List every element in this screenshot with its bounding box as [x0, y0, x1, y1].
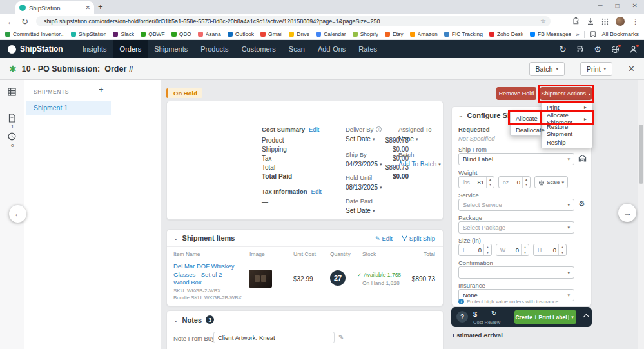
browser-back-icon[interactable]: ← — [6, 17, 15, 26]
bookmark-item[interactable]: ShipStation — [71, 31, 106, 37]
shipstation-brand[interactable]: ShipStation — [8, 45, 63, 54]
bookmark-item[interactable]: Outlook — [228, 31, 254, 37]
window-maximize-icon[interactable]: □ — [616, 2, 620, 9]
hold-until-dropdown[interactable]: 08/13/2025▾ — [346, 184, 382, 191]
collapse-chevron-icon[interactable]: ⌄ — [458, 112, 463, 119]
bookmark-item[interactable]: Amazon — [410, 31, 438, 37]
cost-summary-edit-link[interactable]: Edit — [309, 126, 319, 133]
bookmark-item[interactable]: QBO — [171, 31, 191, 37]
nav-item-shipments[interactable]: Shipments — [148, 40, 194, 58]
stepper-arrows[interactable]: ▲▼ — [486, 177, 494, 188]
notes-header[interactable]: ⌄ Notes 3 — [173, 315, 214, 324]
scale-select[interactable]: Scale ▾ — [534, 176, 568, 188]
nav-item-insights[interactable]: Insights — [76, 40, 113, 58]
print-button[interactable]: Print▾ — [580, 62, 612, 76]
ship-from-select[interactable]: Blind Label▾ — [458, 153, 574, 165]
weight-lbs-input[interactable]: lbs 81 ▲▼ — [458, 176, 494, 188]
package-select[interactable]: Select Package▾ — [458, 221, 574, 234]
size-l-input[interactable]: L 0 ▲▼ — [458, 244, 492, 256]
history-clock-icon[interactable] — [8, 132, 16, 141]
new-tab-button[interactable]: + — [98, 2, 103, 12]
create-print-label-button[interactable]: Create + Print Label ▾ — [514, 310, 576, 324]
date-paid-dropdown[interactable]: Set Date▾ — [346, 207, 375, 214]
bookmark-item[interactable]: Asana — [198, 31, 221, 37]
deliver-by-dropdown[interactable]: Set Date▾ — [346, 135, 375, 143]
items-edit-link[interactable]: ✎Edit — [375, 235, 393, 242]
label-options-chevron-icon[interactable]: ▾ — [568, 315, 576, 320]
collapse-chevron-icon[interactable]: ⌄ — [173, 235, 179, 241]
all-bookmarks-label[interactable]: All Bookmarks — [601, 31, 639, 37]
submenu-item-deallocate[interactable]: Deallocate — [511, 124, 540, 135]
stepper-arrows[interactable]: ▲▼ — [521, 244, 529, 255]
sidebar-item-shipment-1[interactable]: Shipment 1 — [26, 101, 111, 115]
previous-order-button[interactable]: ← — [9, 205, 26, 223]
sync-icon[interactable]: ↻ — [559, 45, 566, 54]
assigned-to-dropdown[interactable]: None▾ — [398, 135, 418, 143]
ship-by-dropdown[interactable]: 04/23/2025▾ — [346, 161, 382, 168]
size-h-input[interactable]: H 0 ▲▼ — [533, 244, 567, 256]
bookmark-item[interactable]: Slack — [113, 31, 134, 37]
bookmark-item[interactable]: Calendar — [316, 31, 346, 37]
collapse-panel-chevron-icon[interactable] — [583, 314, 590, 321]
window-minimize-icon[interactable]: ─ — [598, 2, 602, 9]
collapse-chevron-icon[interactable]: ⌄ — [173, 317, 179, 323]
content-scrollbar[interactable] — [638, 80, 644, 349]
stepper-arrows[interactable]: ▲▼ — [558, 244, 566, 255]
extensions-puzzle-icon[interactable] — [572, 17, 580, 25]
size-w-input[interactable]: W 0 ▲▼ — [496, 244, 529, 256]
buyer-note-input[interactable] — [213, 332, 335, 343]
tax-information-edit-link[interactable]: Edit — [311, 188, 322, 195]
bookmark-item[interactable]: Etsy — [385, 31, 404, 37]
bookmark-item[interactable]: Gmail — [260, 31, 282, 37]
help-globe-icon[interactable] — [611, 45, 620, 54]
tab-close-icon[interactable]: ✕ — [85, 5, 90, 11]
bookmark-item[interactable]: Committed Inventor... — [5, 31, 64, 37]
document-icon[interactable] — [8, 114, 16, 123]
warehouse-building-icon[interactable] — [578, 154, 587, 163]
split-ship-link[interactable]: Split Ship — [402, 235, 435, 242]
settings-gear-icon[interactable]: ⚙ — [594, 45, 601, 54]
batch-button[interactable]: Batch▾ — [529, 62, 565, 76]
remove-hold-button[interactable]: Remove Hold — [496, 87, 536, 100]
apps-grid-icon[interactable] — [601, 18, 609, 25]
browser-tab[interactable]: ShipStation ✕ — [15, 1, 94, 14]
service-settings-gear-icon[interactable]: ⚙ — [578, 199, 585, 208]
item-name-link[interactable]: Del Mar DOF Whiskey Glasses - Set of 2 -… — [173, 263, 239, 287]
shipment-items-header[interactable]: ⌄ Shipment Items — [173, 234, 235, 242]
bookmark-star-icon[interactable]: ☆ — [540, 17, 546, 25]
note-edit-pencil-icon[interactable]: ✎ — [338, 334, 344, 341]
bookmark-item[interactable]: Zoho Desk — [489, 31, 523, 37]
stepper-arrows[interactable]: ▲▼ — [522, 177, 530, 188]
bookmarks-overflow-icon[interactable]: » — [576, 31, 580, 38]
confirmation-select[interactable]: ▾ — [458, 266, 574, 279]
next-order-button[interactable]: → — [618, 204, 636, 222]
help-question-icon[interactable]: ? — [456, 311, 468, 323]
shipment-actions-button[interactable]: Shipment Actions▴ — [540, 87, 592, 100]
add-shipment-button[interactable]: + — [99, 85, 104, 94]
account-icon[interactable] — [629, 45, 638, 54]
address-input[interactable] — [36, 16, 551, 26]
stepper-arrows[interactable]: ▲▼ — [483, 244, 491, 255]
service-select[interactable]: Select Service▾ — [458, 199, 574, 211]
download-icon[interactable] — [587, 17, 594, 25]
add-to-batch-dropdown[interactable]: Add To Batch▾ — [398, 161, 441, 168]
nav-item-orders[interactable]: Orders — [113, 40, 148, 58]
refresh-cost-icon[interactable]: ↻ — [491, 310, 496, 317]
grid-view-icon[interactable] — [8, 88, 16, 96]
bookmark-item[interactable]: QBWF — [141, 31, 165, 37]
bookmark-item[interactable]: FIC Tracking — [444, 31, 483, 37]
nav-item-addons[interactable]: Add-Ons — [311, 40, 352, 58]
nav-item-scan[interactable]: Scan — [282, 40, 311, 58]
browser-menu-icon[interactable]: ⋮ — [632, 17, 639, 26]
print-queue-icon[interactable] — [576, 45, 584, 54]
browser-refresh-icon[interactable]: ↻ — [21, 17, 28, 26]
menu-item-reship[interactable]: Reship — [542, 136, 592, 148]
nav-item-rates[interactable]: Rates — [352, 40, 384, 58]
window-close-icon[interactable]: ✕ — [632, 2, 638, 9]
close-page-icon[interactable]: ✕ — [628, 64, 635, 74]
submenu-item-allocate[interactable]: Allocate — [511, 112, 540, 124]
nav-item-customers[interactable]: Customers — [235, 40, 282, 58]
bookmark-item[interactable]: Shopify — [353, 31, 378, 37]
weight-oz-input[interactable]: oz 0 ▲▼ — [498, 176, 531, 188]
browser-profile-avatar[interactable] — [616, 17, 625, 26]
